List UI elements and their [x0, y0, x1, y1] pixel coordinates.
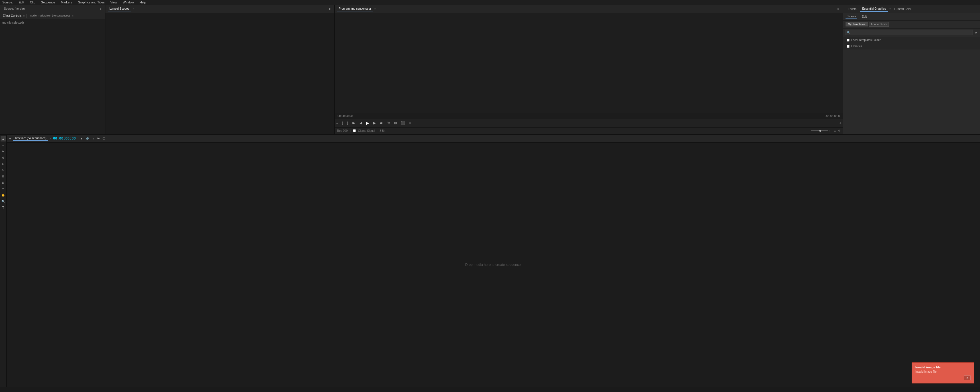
program-timecode-bar: 00:00:00:00 00:00:00:00 [335, 113, 843, 119]
adobe-stock-btn[interactable]: Adobe Stock [869, 22, 889, 27]
lumetri-scopes-panel: Lumetri Scopes × ▶ [105, 5, 335, 134]
program-close[interactable]: × [374, 7, 376, 10]
menu-graphics[interactable]: Graphics and Titles [76, 0, 106, 4]
timeline-header: ◀ Timeline: (no sequences) × 00:00:00:00… [7, 135, 980, 143]
go-to-out-btn[interactable]: ⏭ [379, 121, 384, 125]
menu-help[interactable]: Help [138, 0, 147, 4]
right-panel-subtabs: Browse Edit [843, 13, 980, 21]
zoom-tool[interactable]: 🔍 [0, 199, 6, 204]
program-video-area [335, 13, 843, 113]
program-tab[interactable]: Program: (no sequences) [337, 6, 372, 11]
right-panel-content [843, 49, 980, 134]
effects-tab[interactable]: Effects [846, 6, 859, 11]
audio-track-mixer-close[interactable]: × [72, 14, 73, 17]
pen-tool[interactable]: ✏ [0, 186, 6, 192]
timeline-close[interactable]: × [50, 137, 51, 140]
output-btn[interactable]: ⬛ [400, 121, 406, 125]
audio-track-mixer-tab[interactable]: Audio Track Mixer: (no sequences) [29, 14, 72, 18]
no-clip-label: (no clip selected) [2, 21, 24, 24]
timeline-nav-left[interactable]: ◀ [9, 137, 11, 140]
menu-markers[interactable]: Markers [60, 0, 73, 4]
lumetri-scopes-tab[interactable]: Lumetri Scopes [108, 6, 131, 11]
tl-razor-btn[interactable]: ✁ [96, 136, 100, 141]
menu-source[interactable]: Source: [1, 0, 14, 4]
zoom-plus[interactable]: + [829, 129, 831, 132]
selection-tool[interactable]: ▲ [0, 136, 6, 141]
step-fwd-btn[interactable]: ▶ [372, 121, 377, 125]
tl-settings-btn[interactable]: ⬡ [102, 136, 106, 141]
my-templates-btn[interactable]: My Templates [846, 22, 868, 27]
timeline-panel: ◀ Timeline: (no sequences) × 00:00:00:00… [7, 135, 980, 387]
tl-add-marker-btn[interactable]: ⬦ [91, 136, 95, 140]
timeline-tab[interactable]: Timeline: (no sequences) [13, 136, 48, 141]
essential-graphics-close[interactable]: × [889, 7, 891, 10]
razor-tool[interactable]: ✁ [0, 168, 6, 173]
program-controls: ⬦ { } ⏮ ◀ ▶ ▶ ⏭ ↻ ⊞ ⬛ ≡ + [335, 119, 843, 127]
lumetri-close[interactable]: × [132, 7, 134, 10]
tools-panel: ▲ ↔ ⊳ ⊗ ⊡ ✁ ⊠ ⊟ ✏ ✋ 🔍 T [0, 135, 7, 387]
local-templates-label: Local Templates Folder [851, 38, 881, 41]
effect-controls-close[interactable]: × [23, 14, 24, 17]
settings-btn[interactable]: ≡ [408, 121, 412, 125]
add-marker-btn[interactable]: ⬦ [335, 121, 339, 125]
toast-dismiss-btn[interactable]: × [964, 376, 970, 380]
source-tab[interactable]: Source: (no clip) [2, 6, 27, 11]
search-box: 🔍 [846, 30, 973, 35]
track-select-tool[interactable]: ↔ [0, 143, 6, 148]
program-chevrons: ▶ [837, 8, 840, 10]
status-bar [0, 387, 980, 392]
toast-notification: Invalid image file. Invalid image file. … [912, 362, 974, 384]
menu-clip[interactable]: Clip [29, 0, 37, 4]
toast-title: Invalid image file. [915, 365, 970, 369]
bit-label: 8 Bit [379, 129, 385, 132]
lumetri-color-tab[interactable]: Lumetri Color [892, 6, 914, 11]
search-input[interactable] [851, 31, 972, 34]
menu-window[interactable]: Window [122, 0, 135, 4]
zoom-plus-btn[interactable]: + [838, 121, 843, 125]
program-timecode-left: 00:00:00:00 [337, 114, 353, 117]
loop-btn[interactable]: ↻ [386, 121, 391, 125]
safe-margins-btn[interactable]: ⊞ [393, 121, 398, 125]
rate-stretch-tool[interactable]: ⊡ [0, 162, 6, 167]
tl-linked-btn[interactable]: 🔗 [84, 136, 90, 141]
slide-tool[interactable]: ⊟ [0, 180, 6, 185]
essential-graphics-tab[interactable]: Essential Graphics [860, 6, 888, 12]
ripple-edit-tool[interactable]: ⊳ [0, 149, 6, 154]
tl-snap-btn[interactable]: ⬧ [80, 136, 83, 140]
type-tool[interactable]: T [0, 205, 6, 210]
mark-out-btn[interactable]: } [346, 121, 349, 125]
footer-settings-icon[interactable]: ⚙ [838, 129, 840, 132]
menu-view[interactable]: View [109, 0, 118, 4]
rec-label: Rec 709 [337, 129, 348, 132]
browse-subtab[interactable]: Browse [846, 14, 857, 19]
toast-footer: × [915, 376, 970, 380]
menu-edit[interactable]: Edit [18, 0, 25, 4]
favorite-icon[interactable]: ★ [975, 30, 978, 35]
clamp-signal-checkbox[interactable] [353, 129, 356, 132]
mark-in-btn[interactable]: { [341, 121, 344, 125]
libraries-checkbox[interactable] [847, 45, 850, 48]
source-panel-content: (no clip selected) [0, 19, 105, 134]
edit-subtab[interactable]: Edit [861, 14, 868, 19]
templates-selector: My Templates Adobe Stock [843, 21, 980, 29]
lumetri-chevron[interactable]: ▶ [329, 8, 331, 10]
footer-menu-icon[interactable]: ≡ [834, 129, 836, 132]
chevron-right-btn[interactable]: ▶ [100, 8, 102, 10]
hand-tool[interactable]: ✋ [0, 193, 6, 198]
rolling-edit-tool[interactable]: ⊗ [0, 155, 6, 160]
search-area: 🔍 ★ [843, 29, 980, 37]
program-chevron[interactable]: ▶ [838, 8, 840, 10]
local-templates-checkbox[interactable] [847, 39, 850, 41]
program-panel-header: Program: (no sequences) × ▶ [335, 5, 843, 13]
effect-controls-tab[interactable]: Effect Controls [2, 14, 22, 18]
lumetri-chevrons: ▶ [328, 8, 332, 10]
toast-body: Invalid image file. [915, 370, 970, 373]
zoom-minus[interactable]: − [808, 129, 810, 132]
libraries-row: Libraries [843, 43, 980, 49]
go-to-in-btn[interactable]: ⏮ [351, 121, 357, 125]
zoom-slider[interactable] [811, 130, 828, 131]
menu-sequence[interactable]: Sequence [40, 0, 56, 4]
step-back-btn[interactable]: ◀ [358, 121, 363, 125]
play-stop-btn[interactable]: ▶ [365, 120, 370, 126]
slip-tool[interactable]: ⊠ [0, 174, 6, 179]
